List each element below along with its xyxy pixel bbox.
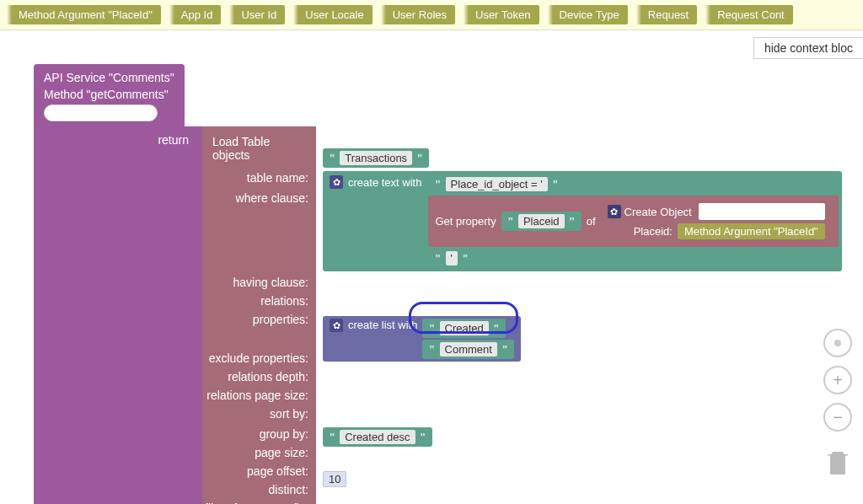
get-property-label: Get property — [435, 215, 496, 228]
create-text-block[interactable]: ✿ create text with " Place_id_object = '… — [323, 171, 842, 271]
created-input[interactable]: Created — [440, 321, 489, 335]
quote-icon: " — [433, 178, 442, 190]
value-column: " Transactions " ✿ create text with — [316, 126, 842, 504]
quote-icon: " — [501, 343, 509, 356]
field-pagesize-label: page size: — [255, 443, 312, 462]
place-id-object-text[interactable]: " Place_id_object = ' " — [428, 174, 564, 194]
context-chip-request-cont[interactable]: Request Cont — [705, 5, 793, 24]
quote-icon: " — [328, 152, 336, 164]
context-chip-device-type[interactable]: Device Type — [548, 5, 628, 24]
slot-notch[interactable] — [316, 429, 323, 442]
quote-icon: " — [427, 322, 436, 335]
placeid-prop-input[interactable]: Placeid — [518, 214, 565, 228]
api-service-title: API Service "Comments" — [44, 69, 174, 86]
field-sortby-label: sort by: — [270, 405, 312, 425]
of-label: of — [587, 215, 596, 228]
placeid-field-label: Placeid: — [634, 225, 673, 238]
field-relationsdepth-label: relations depth: — [228, 367, 312, 386]
field-excludeprops-label: exclude properties: — [209, 349, 312, 367]
load-table-title: Load Table objects — [211, 131, 308, 169]
block-connector[interactable] — [44, 105, 158, 121]
field-pageoffset-label: page offset: — [247, 462, 312, 480]
zoom-out-button[interactable]: − — [823, 403, 852, 432]
context-chip-request[interactable]: Request — [636, 5, 697, 24]
api-service-block[interactable]: API Service "Comments" Method "getCommen… — [34, 64, 185, 126]
slot-notch[interactable] — [316, 452, 323, 465]
center-view-button[interactable] — [823, 329, 852, 357]
slot-notch[interactable] — [316, 173, 323, 186]
context-bar: Method Argument "PlaceId" App Id User Id… — [0, 0, 863, 30]
gear-icon[interactable]: ✿ — [608, 205, 621, 218]
gear-icon[interactable]: ✿ — [330, 175, 343, 189]
slot-notch[interactable] — [316, 387, 323, 400]
closing-quote-input[interactable]: ' — [446, 251, 458, 265]
context-chip-user-token[interactable]: User Token — [464, 5, 539, 24]
gear-icon[interactable]: ✿ — [330, 319, 343, 332]
field-relationspagesize-label: relations page size: — [206, 386, 312, 405]
create-object-label: Create Object — [624, 206, 692, 218]
field-tablename-label: table name: — [247, 169, 312, 189]
quote-icon: " — [419, 431, 427, 443]
quote-icon: " — [433, 252, 442, 265]
closing-quote-block[interactable]: " ' " — [428, 249, 474, 268]
load-table-block[interactable]: Load Table objects table name: where cla… — [202, 126, 316, 504]
quote-icon: " — [551, 178, 560, 190]
slot-notch[interactable] — [316, 318, 323, 331]
sortby-input[interactable]: Created desc — [340, 430, 415, 444]
slot-notch[interactable] — [316, 366, 323, 379]
trash-icon[interactable] — [823, 445, 853, 479]
create-object-block[interactable]: ✿ Create Object Placeid: Method Argument… — [601, 200, 832, 243]
sortby-value-block[interactable]: " Created desc " — [323, 427, 432, 447]
slot-notch[interactable] — [316, 494, 323, 504]
context-chip-method-arg-placeid[interactable]: Method Argument "PlaceId" — [7, 5, 161, 24]
context-chip-user-id[interactable]: User Id — [229, 5, 285, 24]
create-list-block[interactable]: ✿ create list with " Created " — [323, 316, 521, 362]
context-chip-user-roles[interactable]: User Roles — [381, 5, 455, 24]
quote-icon: " — [507, 215, 515, 228]
comment-input[interactable]: Comment — [440, 342, 497, 357]
create-text-label: create text with — [348, 176, 421, 189]
method-body-block[interactable]: return — [34, 126, 202, 504]
created-prop-block[interactable]: " Created " — [422, 319, 506, 338]
slot-notch[interactable] — [316, 297, 323, 310]
field-relations-label: relations: — [260, 292, 312, 310]
field-groupby-label: group by: — [260, 425, 312, 443]
context-chip-user-locale[interactable]: User Locale — [293, 5, 372, 24]
field-whereclause-label: where clause: — [236, 189, 312, 273]
slot-notch[interactable] — [316, 408, 323, 421]
pagesize-input[interactable]: 10 — [323, 471, 346, 487]
side-controls: + − — [823, 329, 853, 479]
field-havingclause-label: having clause: — [233, 273, 312, 292]
api-method-title: Method "getComments" — [44, 86, 174, 103]
placeidobject-input[interactable]: Place_id_object = ' — [446, 177, 548, 191]
quote-icon: " — [328, 431, 336, 443]
context-chip-app-id[interactable]: App Id — [169, 5, 222, 24]
quote-icon: " — [492, 322, 501, 335]
workspace[interactable]: API Service "Comments" Method "getCommen… — [0, 30, 863, 504]
tablename-input[interactable]: Transactions — [340, 151, 412, 165]
create-list-label: create list with — [348, 319, 417, 331]
placeid-prop-block[interactable]: " Placeid " — [501, 212, 582, 231]
slot-notch[interactable] — [316, 150, 323, 164]
quote-icon: " — [415, 152, 424, 164]
field-properties-label: properties: — [253, 310, 312, 349]
return-label: return — [151, 130, 196, 150]
slot-notch[interactable] — [316, 276, 323, 289]
quote-icon: " — [427, 343, 436, 356]
quote-icon: " — [568, 215, 576, 228]
field-distinct-label: distinct: — [269, 480, 312, 499]
slot-notch[interactable] — [316, 473, 323, 486]
comment-prop-block[interactable]: " Comment " — [422, 340, 514, 359]
method-arg-placeid-chip[interactable]: Method Argument "PlaceId" — [678, 223, 825, 239]
object-type-slot[interactable] — [699, 203, 825, 220]
get-property-block[interactable]: Get property " Placeid " of — [428, 196, 838, 247]
field-filerefprefix-label: file reference prefix: — [205, 499, 312, 504]
tablename-value-block[interactable]: " Transactions " — [323, 148, 429, 168]
zoom-in-button[interactable]: + — [823, 366, 852, 394]
quote-icon: " — [461, 252, 469, 265]
